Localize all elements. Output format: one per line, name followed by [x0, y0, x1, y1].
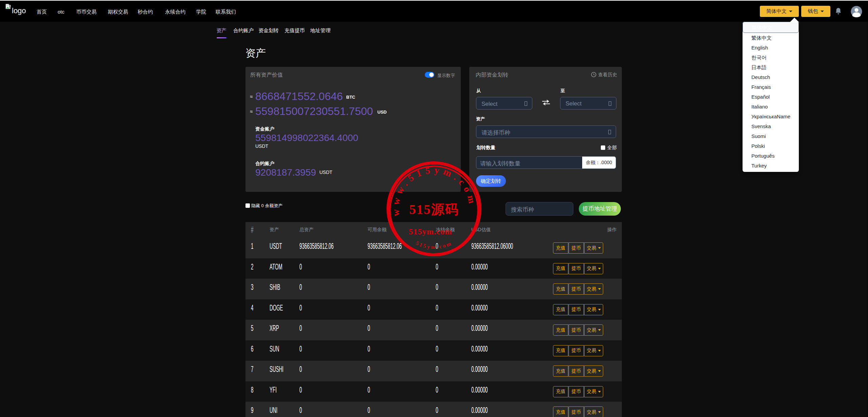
svg-text:515源码: 515源码 — [409, 202, 459, 217]
svg-text:515ym.com: 515ym.com — [409, 227, 452, 236]
svg-text:515ym.com: 515ym.com — [415, 240, 453, 250]
